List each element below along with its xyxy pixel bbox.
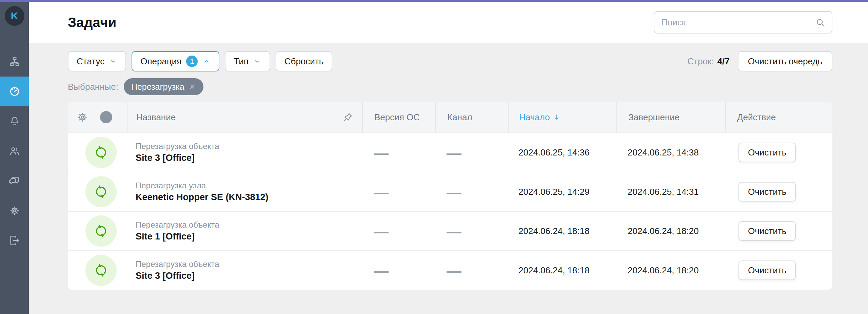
sidebar-item-support[interactable] [0, 166, 29, 196]
clear-task-button[interactable]: Очистить [738, 221, 796, 241]
search-box [654, 11, 832, 34]
sort-desc-arrow-icon [553, 113, 561, 121]
empty-value-dash [374, 232, 389, 233]
empty-value-dash [447, 232, 461, 233]
close-icon[interactable] [189, 83, 196, 90]
users-icon [9, 145, 20, 157]
table-header: Название Версия ОС Канал Начало [68, 102, 832, 132]
sitemap-icon [9, 56, 20, 67]
task-type: Перезагрузка объекта [136, 219, 219, 230]
column-header-action: Действие [725, 102, 832, 132]
operation-filter-label: Операция [140, 56, 181, 67]
empty-value-dash [374, 193, 389, 194]
status-filter-label: Статус [77, 56, 104, 67]
search-icon [815, 18, 825, 27]
task-finish: 2024.06.24, 18:20 [628, 265, 699, 276]
filters-toolbar: Статус Операция 1 Тип Сбросить Строк: 4/… [68, 51, 832, 71]
gear-icon[interactable] [76, 111, 88, 123]
selected-filters-row: Выбранные: Перезагрузка [68, 78, 832, 95]
sidebar-item-network[interactable] [0, 47, 29, 77]
table-row: Перезагрузка объекта Site 3 [Office] 202… [68, 132, 832, 172]
sidebar-item-dashboard[interactable] [0, 77, 29, 106]
sidebar-item-users[interactable] [0, 136, 29, 166]
chevron-down-icon [253, 57, 261, 65]
task-start: 2024.06.24, 18:18 [518, 265, 590, 276]
empty-value-dash [447, 271, 461, 273]
empty-value-dash [374, 271, 389, 273]
task-name: Site 3 [Office] [136, 270, 219, 282]
chip-label: Перезагрузка [131, 82, 184, 92]
empty-value-dash [447, 193, 461, 194]
tasks-table: Название Версия ОС Канал Начало [68, 102, 832, 290]
rows-count-value: 4/7 [717, 56, 729, 67]
task-finish: 2024.06.25, 14:38 [628, 147, 699, 158]
sidebar-nav [0, 47, 29, 255]
chevron-down-icon [109, 57, 117, 65]
operation-filter-button[interactable]: Операция 1 [132, 51, 219, 71]
gear-icon [9, 205, 20, 216]
sidebar-item-settings[interactable] [0, 196, 29, 226]
table-row: Перезагрузка объекта Site 3 [Office] 202… [68, 250, 832, 290]
keenetic-logo[interactable]: K [5, 6, 24, 26]
clear-task-button[interactable]: Очистить [738, 260, 796, 280]
reset-filters-label: Сбросить [284, 56, 324, 67]
type-filter-button[interactable]: Тип [225, 51, 270, 71]
status-dot-icon[interactable] [100, 111, 112, 123]
selected-label: Выбранные: [68, 82, 118, 92]
page-header: Задачи [29, 2, 868, 43]
clear-task-button[interactable]: Очистить [738, 182, 796, 202]
chevron-up-icon [202, 57, 211, 65]
rows-count-label: Строк: [687, 56, 714, 67]
operation-count-badge: 1 [186, 56, 198, 67]
logout-icon [9, 235, 20, 246]
task-type: Перезагрузка объекта [136, 141, 219, 152]
task-name: Site 3 [Office] [136, 152, 219, 164]
reboot-icon [85, 137, 117, 168]
clear-queue-button[interactable]: Очистить очередь [738, 51, 832, 71]
reboot-icon [85, 255, 117, 286]
column-header-channel[interactable]: Канал [435, 102, 508, 132]
task-type: Перезагрузка узла [136, 180, 269, 191]
main-content: Задачи Статус Операция 1 Тип [29, 2, 868, 314]
task-finish: 2024.06.24, 18:20 [628, 226, 699, 236]
page-title: Задачи [68, 15, 117, 30]
column-header-start-sorted[interactable]: Начало [508, 102, 616, 132]
logo-letter: K [11, 10, 18, 22]
task-name: Site 1 [Office] [136, 230, 219, 243]
reboot-icon [85, 215, 117, 247]
status-filter-button[interactable]: Статус [68, 51, 126, 71]
selected-filter-chip[interactable]: Перезагрузка [124, 78, 203, 95]
type-filter-label: Тип [234, 56, 248, 67]
table-controls-cell [68, 102, 127, 132]
empty-value-dash [447, 153, 461, 155]
reboot-icon [85, 176, 117, 207]
column-header-os-version[interactable]: Версия ОС [362, 102, 435, 132]
sidebar-item-notifications[interactable] [0, 106, 29, 136]
empty-value-dash [374, 153, 389, 155]
search-input[interactable] [661, 17, 815, 28]
pin-icon[interactable] [342, 112, 353, 123]
sidebar: K [0, 2, 29, 314]
task-type: Перезагрузка объекта [136, 258, 219, 270]
task-start: 2024.06.25, 14:36 [518, 147, 590, 158]
table-row: Перезагрузка объекта Site 1 [Office] 202… [68, 211, 832, 250]
chat-icon [9, 175, 20, 187]
clear-task-button[interactable]: Очистить [738, 143, 796, 162]
bell-icon [9, 116, 20, 127]
table-row: Перезагрузка узла Keenetic Hopper SE (KN… [68, 172, 832, 211]
task-name: Keenetic Hopper SE (KN-3812) [136, 191, 269, 204]
gauge-icon [9, 86, 20, 97]
column-header-name[interactable]: Название [127, 102, 362, 132]
column-header-finish[interactable]: Завершение [616, 102, 725, 132]
task-finish: 2024.06.25, 14:31 [628, 187, 699, 197]
task-start: 2024.06.25, 14:29 [518, 187, 590, 197]
task-start: 2024.06.24, 18:18 [518, 226, 590, 236]
rows-count: Строк: 4/7 [687, 56, 729, 67]
reset-filters-button[interactable]: Сбросить [276, 51, 333, 71]
sidebar-item-logout[interactable] [0, 226, 29, 255]
